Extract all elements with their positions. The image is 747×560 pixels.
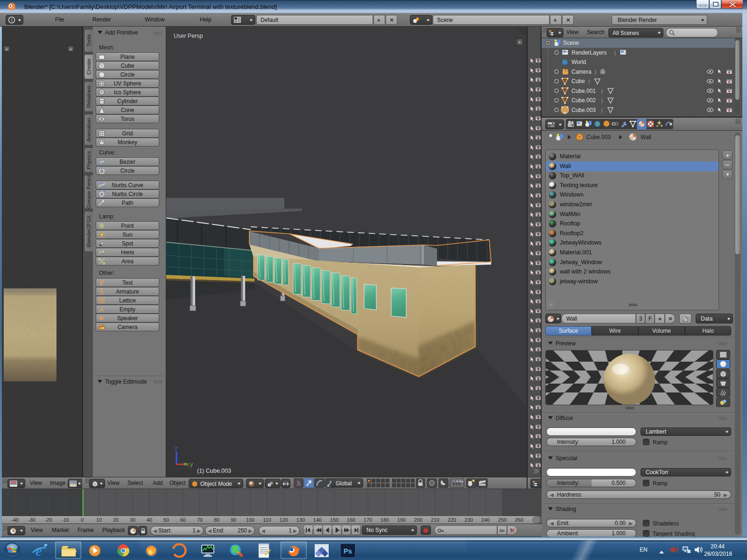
svg-text:Cube.002: Cube.002: [571, 97, 596, 104]
svg-text:World: World: [571, 59, 586, 65]
svg-text:-10: -10: [62, 517, 69, 523]
svg-text:0: 0: [81, 517, 84, 523]
svg-text:230: 230: [465, 517, 473, 523]
svg-text:-20: -20: [45, 517, 52, 523]
svg-text:220: 220: [448, 517, 456, 523]
svg-text:RenderLayers: RenderLayers: [571, 49, 606, 56]
svg-text:60: 60: [180, 517, 186, 523]
svg-text:160: 160: [347, 517, 355, 523]
svg-text:e: e: [35, 542, 42, 559]
svg-text:i: i: [11, 17, 12, 23]
svg-text:-40: -40: [11, 517, 19, 523]
svg-text:40: 40: [147, 517, 152, 523]
svg-text:50: 50: [163, 517, 169, 523]
svg-text:190: 190: [397, 517, 406, 523]
svg-text:Cube: Cube: [571, 78, 585, 84]
svg-text:(1) Cube.003: (1) Cube.003: [197, 468, 231, 474]
svg-text:20: 20: [113, 517, 119, 523]
svg-text:260: 260: [515, 517, 523, 523]
svg-text:30: 30: [130, 517, 135, 523]
svg-text:Ps: Ps: [344, 547, 352, 555]
svg-text:y: y: [190, 461, 193, 468]
svg-text:|: |: [614, 50, 616, 56]
svg-text:150: 150: [330, 517, 338, 523]
svg-text:User Persp: User Persp: [174, 33, 203, 39]
svg-text:180: 180: [381, 517, 389, 523]
svg-text:200: 200: [414, 517, 423, 523]
svg-text:|: |: [595, 69, 596, 75]
svg-text:|: |: [601, 107, 603, 113]
svg-text:Cube.001: Cube.001: [571, 88, 596, 94]
svg-text:250: 250: [498, 517, 507, 523]
svg-text:|: |: [601, 98, 603, 103]
svg-text:z: z: [175, 445, 178, 452]
svg-text:Camera: Camera: [571, 69, 592, 75]
svg-text:240: 240: [481, 517, 490, 523]
svg-text:Scene: Scene: [563, 40, 579, 46]
svg-text:Cube.003: Cube.003: [571, 107, 596, 113]
svg-text:+: +: [518, 39, 521, 45]
svg-text:170: 170: [364, 517, 372, 523]
svg-text:70: 70: [197, 517, 203, 523]
svg-text:|: |: [588, 78, 590, 84]
svg-text:130: 130: [296, 517, 305, 523]
svg-text:140: 140: [313, 517, 322, 523]
svg-text:90: 90: [231, 517, 236, 523]
svg-text:110: 110: [263, 517, 271, 523]
svg-text:10: 10: [96, 517, 102, 523]
svg-text:210: 210: [431, 517, 439, 523]
svg-text:120: 120: [280, 517, 288, 523]
svg-text:x: x: [186, 461, 190, 468]
svg-text:-30: -30: [28, 517, 35, 523]
svg-text:100: 100: [246, 517, 254, 523]
svg-text:80: 80: [214, 517, 219, 523]
svg-text:|: |: [601, 88, 603, 94]
